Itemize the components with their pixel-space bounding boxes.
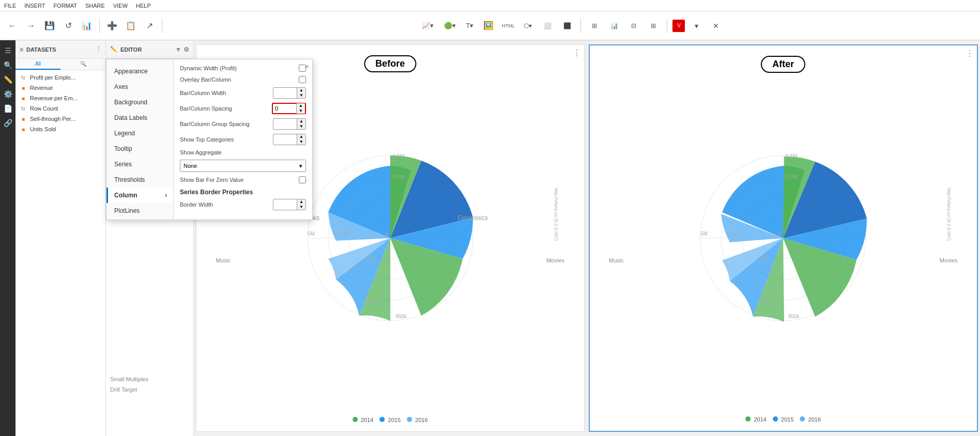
bar-width-spinner: ▲ ▼ — [273, 87, 306, 99]
stats-button[interactable]: 📊 — [606, 18, 622, 34]
nav-column[interactable]: Column › — [106, 188, 173, 203]
svg-text:910k: 910k — [760, 298, 772, 304]
subtab-search[interactable]: 🔍 — [60, 59, 105, 70]
expand-button[interactable]: ▾ — [688, 18, 705, 34]
color-button[interactable]: 🟢▾ — [440, 18, 460, 34]
menu-help[interactable]: HELP — [136, 3, 151, 9]
arrow-icon: › — [165, 192, 167, 199]
editor-drill-target: Drill Target — [106, 384, 193, 395]
show-top-categories-field: Show Top Categories ▲ ▼ — [180, 134, 306, 145]
top-categories-down[interactable]: ▼ — [297, 139, 305, 145]
legend-dot-2014 — [353, 417, 358, 422]
text-button[interactable]: T▾ — [463, 18, 478, 34]
bar-spacing-input[interactable]: 0 — [273, 104, 296, 113]
nav-series[interactable]: Series — [106, 157, 173, 172]
show-bar-zero-checkbox[interactable] — [299, 176, 306, 183]
sidebar-icon-4[interactable]: ⚙️ — [2, 88, 14, 100]
html-button[interactable]: HTML — [500, 18, 516, 34]
menu-format[interactable]: FORMAT — [53, 3, 77, 9]
menu-file[interactable]: FILE — [4, 3, 16, 9]
after-legend-2014: 2014 — [745, 416, 767, 423]
filter-icon[interactable]: ▼ — [175, 46, 181, 53]
bar-spacing-down[interactable]: ▼ — [297, 108, 305, 114]
border-width-up[interactable]: ▲ — [297, 199, 305, 205]
main-layout: ☰ 🔍 ✏️ ⚙️ 📄 🔗 ≡ DATASETS ⋮ All 🔍 fx Prof… — [0, 40, 980, 436]
nav-thresholds[interactable]: Thresholds — [106, 172, 173, 188]
datasets-actions: ⋮ — [96, 46, 101, 53]
nav-background[interactable]: Background — [106, 95, 173, 110]
image-button[interactable]: 🖼️ — [480, 18, 497, 34]
nav-tooltip[interactable]: Tooltip — [106, 141, 173, 157]
list-item[interactable]: ■ Revenue per Em... — [16, 93, 105, 103]
overlay-bar-checkbox[interactable] — [299, 76, 306, 83]
after-legend-dot-2014 — [745, 416, 751, 422]
top-categories-input[interactable] — [273, 135, 297, 144]
border-width-down[interactable]: ▼ — [297, 205, 305, 210]
sidebar-icon-3[interactable]: ✏️ — [2, 73, 14, 86]
bar-group-spacing-input[interactable] — [273, 120, 297, 128]
layout-button[interactable]: ⊞ — [586, 18, 603, 34]
bar-width-up[interactable]: ▲ — [297, 88, 305, 93]
border-width-input[interactable] — [273, 200, 297, 209]
add-button[interactable]: ➕ — [104, 18, 120, 34]
menu-view[interactable]: VIEW — [113, 3, 128, 9]
save-button[interactable]: 💾 — [41, 18, 58, 34]
shape-button[interactable]: ⬡▾ — [519, 18, 536, 34]
top-categories-spinner: ▲ ▼ — [273, 134, 306, 145]
panel-button[interactable]: ⬜ — [539, 18, 556, 34]
clipboard-button[interactable]: 📋 — [122, 18, 139, 34]
ds-name: Profit per Emplo... — [30, 74, 75, 81]
bar-group-spacing-down[interactable]: ▼ — [297, 124, 305, 129]
before-watermark: http://vitara.co (5.2.5.097) — [554, 188, 559, 241]
bar-width-down[interactable]: ▼ — [297, 93, 305, 98]
nav-data-labels[interactable]: Data Labels — [106, 110, 173, 126]
sidebar-icon-6[interactable]: 🔗 — [2, 117, 14, 129]
refresh-button[interactable]: ↺ — [60, 18, 76, 34]
sidebar-icon-2[interactable]: 🔍 — [2, 59, 14, 71]
menu-insert[interactable]: INSERT — [24, 3, 45, 9]
list-item[interactable]: ■ Units Sold — [16, 124, 105, 134]
resize-button[interactable]: ⊞ — [645, 18, 662, 34]
panel2-button[interactable]: ⬛ — [559, 18, 575, 34]
forward-button[interactable]: → — [23, 18, 39, 34]
list-item[interactable]: ■ Sell-through Per... — [16, 114, 105, 124]
menu-share[interactable]: SHARE — [85, 3, 105, 9]
overlay-bar-label: Overlay Bar/Column — [180, 76, 295, 83]
list-item[interactable]: fx Row Count — [16, 103, 105, 114]
svg-text:5M: 5M — [308, 231, 315, 237]
nav-legend[interactable]: Legend — [106, 126, 173, 141]
editor-small-multiples: Small Multiples — [106, 374, 193, 384]
grid-button[interactable]: ⊟ — [625, 18, 642, 34]
border-width-spinners: ▲ ▼ — [297, 199, 305, 210]
bar-spacing-up[interactable]: ▲ — [297, 103, 305, 108]
aggregate-dropdown[interactable]: None ▾ — [180, 160, 306, 172]
back-button[interactable]: ← — [4, 18, 21, 34]
after-legend-dot-2016 — [800, 416, 805, 422]
settings-icon[interactable]: ⚙ — [183, 46, 189, 53]
nav-appearance[interactable]: Appearance — [106, 64, 173, 79]
svg-text:5.0M: 5.0M — [786, 174, 797, 180]
subtab-all[interactable]: All — [16, 59, 60, 70]
list-item[interactable]: fx Profit per Emplo... — [16, 72, 105, 83]
top-categories-up[interactable]: ▲ — [297, 134, 305, 139]
export-button[interactable]: ↗ — [141, 18, 158, 34]
datasets-more[interactable]: ⋮ — [96, 46, 101, 53]
svg-text:2.5M: 2.5M — [336, 231, 347, 237]
sep2 — [162, 19, 162, 33]
sidebar-icon-1[interactable]: ☰ — [2, 44, 14, 57]
nav-axes[interactable]: Axes — [106, 79, 173, 95]
bar-group-spacing-up[interactable]: ▲ — [297, 119, 305, 124]
dialog-close-button[interactable]: × — [305, 63, 309, 71]
list-item[interactable]: ■ Revenue — [16, 83, 105, 93]
chart-button[interactable]: 📊 — [79, 18, 95, 34]
vitara-icon[interactable]: V — [672, 20, 685, 32]
sidebar-icon-5[interactable]: 📄 — [2, 102, 14, 115]
nav-plotlines[interactable]: PlotLines — [106, 203, 173, 219]
svg-text:6.6M: 6.6M — [786, 153, 797, 159]
chart-type-button[interactable]: 📈▾ — [418, 18, 437, 34]
ds-icon: fx — [20, 74, 27, 81]
close-button[interactable]: ✕ — [708, 18, 724, 34]
editor-icon: ✏️ — [110, 46, 117, 53]
after-legend-2015: 2015 — [773, 416, 794, 423]
bar-width-input[interactable] — [273, 89, 297, 97]
